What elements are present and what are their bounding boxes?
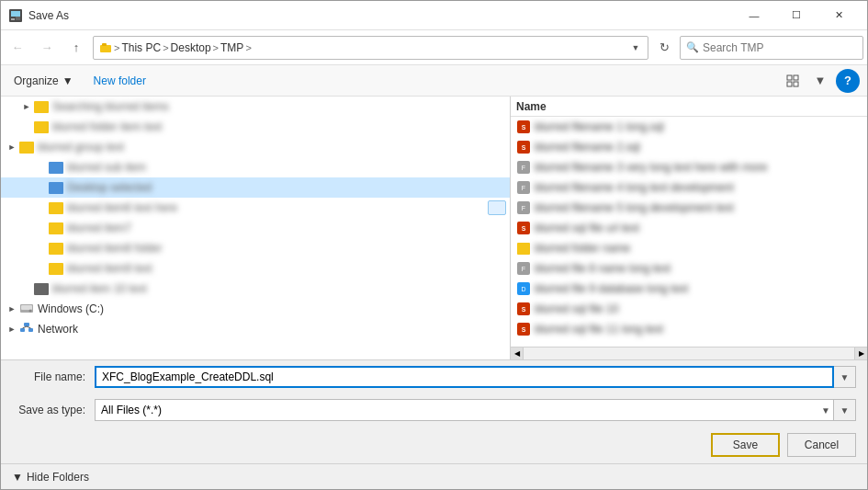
list-item-windows-c[interactable]: ► Windows (C:) [1,299,510,319]
svg-line-17 [27,326,31,328]
save-as-type-select[interactable]: All Files (*.*) [95,399,834,421]
svg-rect-4 [100,45,111,52]
svg-rect-11 [21,305,32,310]
save-button[interactable]: Save [711,433,780,457]
dialog-title: Save As [28,9,733,22]
search-input[interactable] [703,41,857,54]
list-item[interactable]: ► blurred group text [1,137,510,157]
list-item[interactable]: F blurred filename 3 very long text here… [511,157,867,177]
breadcrumb-tmp-parent: Desktop [171,41,211,54]
list-item[interactable]: ► Searching blurred items [1,97,510,117]
file-label: blurred file 9 database long text [535,282,688,295]
right-pane: Name S blurred filename 1 long.sql S blu… [511,97,867,359]
svg-rect-7 [794,75,798,80]
file-name-dropdown-button[interactable]: ▼ [834,366,856,388]
up-button[interactable]: ↑ [63,35,89,61]
folder-icon [49,202,63,214]
list-item[interactable]: ► blurred item 10 text [1,279,510,299]
right-pane-header: Name [511,97,867,117]
horizontal-scrollbar[interactable]: ◀ ▶ [511,347,867,359]
list-item[interactable]: ► blurred item8 folder [1,238,510,258]
list-item[interactable]: S blurred sql file 11 long text [511,319,867,339]
generic-file-icon: F [517,161,530,174]
hide-folders-button[interactable]: ▼ Hide Folders [12,471,89,484]
name-column-header: Name [516,100,547,113]
file-label: blurred filename 4 long text development [535,181,734,194]
view-button[interactable] [781,69,805,93]
list-item[interactable]: ► blurred item9 text [1,258,510,279]
file-icon [516,241,531,256]
cancel-button[interactable]: Cancel [787,433,856,457]
organize-toolbar: Organize ▼ New folder ▼ ? [1,65,867,97]
file-label: blurred sql file 11 long text [535,323,663,336]
file-label: blurred sql file 10 [535,302,618,315]
list-item[interactable]: F blurred filename 5 long development te… [511,198,867,218]
list-item[interactable]: F blurred file 8 name long text [511,258,867,279]
organize-button[interactable]: Organize ▼ [8,72,79,90]
breadcrumb-tmp: TMP [220,41,243,54]
list-item[interactable]: ► blurred sub item [1,157,510,177]
dialog-icon [8,8,23,23]
list-item[interactable]: S blurred sql file 10 [511,299,867,319]
list-item[interactable]: D blurred file 9 database long text [511,279,867,299]
save-as-type-dropdown-button[interactable]: ▼ [834,399,856,421]
scroll-right-button[interactable]: ▶ [854,348,867,360]
folder-icon [49,222,63,234]
title-bar-controls: — ☐ ✕ [733,1,860,30]
toolbar2-right: ▼ ? [781,69,860,93]
network-icon [19,322,34,337]
minimize-button[interactable]: — [733,1,775,30]
back-button[interactable]: ← [5,35,30,61]
list-item-network[interactable]: ► Network [1,319,510,339]
file-icon: S [516,140,531,154]
list-item[interactable]: ► blurred item6 text here [1,198,510,218]
new-folder-button[interactable]: New folder [86,72,153,90]
refresh-button[interactable]: ↻ [652,36,676,60]
folder-icon [34,101,49,113]
folder-label-windows-c: Windows (C:) [38,302,506,315]
title-bar: Save As — ☐ ✕ [1,1,867,30]
list-item[interactable]: S blurred filename 1 long.sql [511,117,867,137]
help-button[interactable]: ? [836,69,860,93]
folder-icon-selected [49,182,63,194]
scroll-track [524,348,854,359]
breadcrumb-desktop: This PC [121,41,161,54]
list-item[interactable]: ► blurred folder item text [1,117,510,137]
file-name-input[interactable] [95,366,834,388]
folder-icon [49,263,63,275]
svg-rect-5 [102,43,107,46]
forward-button[interactable]: → [34,35,60,61]
maximize-button[interactable]: ☐ [775,1,817,30]
list-item[interactable]: S blurred filename 2.sql [511,137,867,157]
address-dropdown-button[interactable]: ▼ [629,41,642,54]
list-item[interactable]: F blurred filename 4 long text developme… [511,177,867,198]
folder-label: blurred sub item [67,161,506,174]
expand-arrow: ► [5,302,19,316]
folder-label: blurred item8 folder [67,242,506,255]
folder-label: blurred item7 [67,222,506,234]
right-pane-scroll[interactable]: S blurred filename 1 long.sql S blurred … [511,117,867,347]
file-icon: F [516,180,531,195]
close-button[interactable]: ✕ [817,1,860,30]
file-icon: S [516,120,531,134]
file-icon: S [516,221,531,235]
organize-label: Organize [14,74,59,87]
file-label: blurred filename 3 very long text here w… [535,161,767,174]
left-pane-scroll[interactable]: ► Searching blurred items ► blurred fold… [1,97,510,359]
list-item[interactable]: ► Desktop selected [1,177,510,198]
drive-icon [19,302,34,317]
folder-label-network: Network [38,323,506,336]
scroll-left-button[interactable]: ◀ [511,348,524,360]
folder-label: blurred folder item text [52,120,506,133]
svg-rect-15 [28,328,33,332]
db-icon: D [517,282,530,295]
list-item[interactable]: S blurred sql file url text [511,218,867,238]
address-bar[interactable]: > This PC > Desktop > TMP > ▼ [93,36,648,60]
generic-file-icon: F [517,201,530,214]
list-item[interactable]: ► blurred item7 [1,218,510,238]
expand-arrow: ► [5,322,19,336]
list-item[interactable]: blurred folder name [511,238,867,258]
view-dropdown-button[interactable]: ▼ [808,69,832,93]
hide-folders-label: Hide Folders [27,471,89,484]
search-icon: 🔍 [686,41,699,53]
